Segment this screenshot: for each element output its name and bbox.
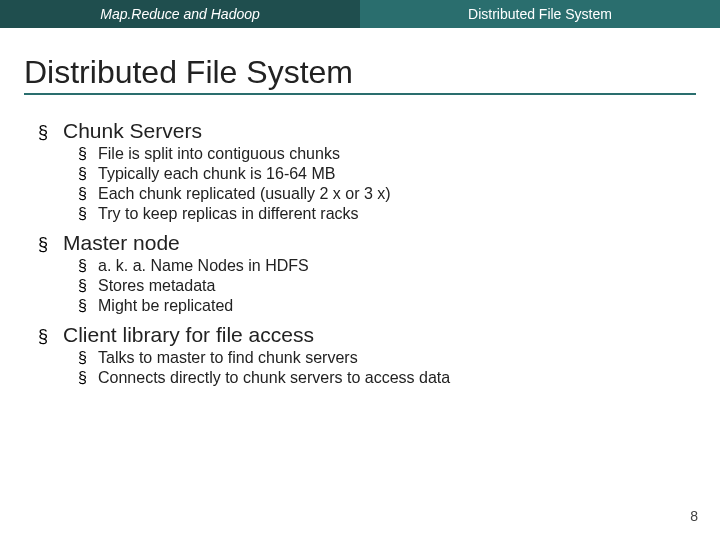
section-master-node: Master node a. k. a. Name Nodes in HDFS … bbox=[58, 231, 680, 315]
list-item: Might be replicated bbox=[98, 297, 680, 315]
section-client-library: Client library for file access Talks to … bbox=[58, 323, 680, 387]
slide-title: Distributed File System bbox=[24, 54, 696, 95]
page-number: 8 bbox=[690, 508, 698, 524]
section-label: Client library for file access bbox=[63, 323, 314, 346]
slide-content: Chunk Servers File is split into contigu… bbox=[0, 101, 720, 387]
section-chunk-servers: Chunk Servers File is split into contigu… bbox=[58, 119, 680, 223]
section-label: Master node bbox=[63, 231, 180, 254]
list-item: Each chunk replicated (usually 2 x or 3 … bbox=[98, 185, 680, 203]
list-item: Talks to master to find chunk servers bbox=[98, 349, 680, 367]
list-item: a. k. a. Name Nodes in HDFS bbox=[98, 257, 680, 275]
list-item: Connects directly to chunk servers to ac… bbox=[98, 369, 680, 387]
list-item: Typically each chunk is 16-64 MB bbox=[98, 165, 680, 183]
section-label: Chunk Servers bbox=[63, 119, 202, 142]
title-container: Distributed File System bbox=[0, 28, 720, 101]
header-left: Map.Reduce and Hadoop bbox=[0, 0, 360, 28]
slide-header: Map.Reduce and Hadoop Distributed File S… bbox=[0, 0, 720, 28]
list-item: Stores metadata bbox=[98, 277, 680, 295]
list-item: Try to keep replicas in different racks bbox=[98, 205, 680, 223]
header-right: Distributed File System bbox=[360, 0, 720, 28]
list-item: File is split into contiguous chunks bbox=[98, 145, 680, 163]
